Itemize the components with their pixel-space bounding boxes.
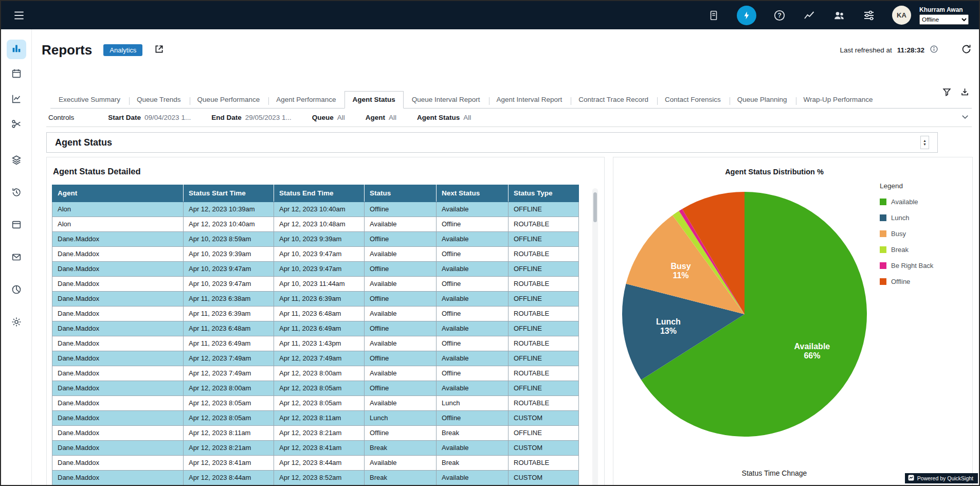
table-cell: Available <box>365 456 437 471</box>
table-row[interactable]: Dane.MaddoxApr 12, 2023 8:41amApr 12, 20… <box>52 456 579 471</box>
settings-button[interactable] <box>862 9 876 22</box>
column-header-agent[interactable]: Agent <box>52 185 184 202</box>
legend-item-available[interactable]: Available <box>880 198 971 206</box>
table-row[interactable]: Dane.MaddoxApr 12, 2023 8:05amApr 12, 20… <box>52 396 579 411</box>
table-cell: Break <box>365 471 437 485</box>
table-cell: Apr 11, 2023 1:43pm <box>274 336 365 351</box>
column-header-status-type[interactable]: Status Type <box>509 185 579 202</box>
sidebar-item-flows[interactable] <box>7 151 26 171</box>
table-scrollbar[interactable] <box>592 188 598 485</box>
table-row[interactable]: Dane.MaddoxApr 12, 2023 8:44amApr 12, 20… <box>52 471 579 485</box>
column-header-next-status[interactable]: Next Status <box>437 185 509 202</box>
controls-label: Controls <box>48 114 74 121</box>
table-row[interactable]: Dane.MaddoxApr 12, 2023 8:05amApr 12, 20… <box>52 411 579 426</box>
tab-executive-summary[interactable]: Executive Summary <box>50 91 129 109</box>
tab-agent-status[interactable]: Agent Status <box>344 91 404 109</box>
sidebar-item-routing[interactable] <box>7 115 26 135</box>
filter-label: Queue <box>312 114 334 121</box>
sidebar-item-schedule[interactable] <box>7 65 26 84</box>
table-row[interactable]: Dane.MaddoxApr 11, 2023 6:48amApr 11, 20… <box>52 321 579 336</box>
tab-contract-trace-record[interactable]: Contract Trace Record <box>570 91 657 109</box>
table-row[interactable]: Dane.MaddoxApr 12, 2023 8:11amApr 12, 20… <box>52 426 579 441</box>
avatar[interactable]: KA <box>892 6 911 25</box>
table-row[interactable]: Dane.MaddoxApr 11, 2023 6:49amApr 11, 20… <box>52 336 579 351</box>
column-header-status-start-time[interactable]: Status Start Time <box>184 185 274 202</box>
tab-wrap-up-performance[interactable]: Wrap-Up Performance <box>795 91 881 109</box>
filter-agent[interactable]: AgentAll <box>366 114 396 121</box>
page-title: Reports <box>42 42 92 58</box>
tab-queue-planning[interactable]: Queue Planning <box>729 91 795 109</box>
tab-agent-performance[interactable]: Agent Performance <box>268 91 344 109</box>
tab-queue-trends[interactable]: Queue Trends <box>129 91 189 109</box>
table-row[interactable]: AlonApr 12, 2023 10:39amApr 12, 2023 10:… <box>52 202 579 217</box>
legend-label: Be Right Back <box>891 262 933 269</box>
legend-item-be-right-back[interactable]: Be Right Back <box>880 262 971 269</box>
team-button[interactable] <box>832 9 846 22</box>
table-row[interactable]: AlonApr 12, 2023 10:40amApr 12, 2023 10:… <box>52 217 579 232</box>
open-in-new-button[interactable] <box>154 44 165 57</box>
controls-filters: Start Date09/04/2023 1...End Date29/05/2… <box>108 114 471 121</box>
table-row[interactable]: Dane.MaddoxApr 12, 2023 7:49amApr 12, 20… <box>52 366 579 381</box>
agent-status-table: AgentStatus Start TimeStatus End TimeSta… <box>52 185 579 485</box>
notepad-button[interactable] <box>707 9 720 22</box>
legend-label: Break <box>891 246 909 254</box>
filter-end-date[interactable]: End Date29/05/2023 1... <box>211 114 292 121</box>
legend-item-busy[interactable]: Busy <box>880 230 971 238</box>
sidebar-item-metrics[interactable] <box>7 90 26 110</box>
table-row[interactable]: Dane.MaddoxApr 10, 2023 8:59amApr 10, 20… <box>52 232 579 247</box>
table-row[interactable]: Dane.MaddoxApr 12, 2023 8:00amApr 12, 20… <box>52 381 579 396</box>
legend-item-offline[interactable]: Offline <box>880 278 971 285</box>
sidebar-item-analytics[interactable] <box>7 281 26 300</box>
table-cell: Dane.Maddox <box>52 336 184 351</box>
table-cell: Apr 10, 2023 9:39am <box>274 232 365 247</box>
info-icon[interactable] <box>930 45 938 55</box>
tab-contact-forensics[interactable]: Contact Forensics <box>657 91 729 109</box>
sidebar-item-workspaces[interactable] <box>7 216 26 236</box>
table-row[interactable]: Dane.MaddoxApr 10, 2023 9:39amApr 10, 20… <box>52 247 579 262</box>
filter-label: End Date <box>211 114 242 121</box>
legend-label: Offline <box>891 278 910 285</box>
tab-agent-interval-report[interactable]: Agent Interval Report <box>488 91 571 109</box>
table-cell: Apr 10, 2023 9:47am <box>184 277 274 292</box>
tab-queue-performance[interactable]: Queue Performance <box>189 91 268 109</box>
table-cell: Apr 12, 2023 8:05am <box>184 411 274 426</box>
table-row[interactable]: Dane.MaddoxApr 12, 2023 7:49amApr 12, 20… <box>52 351 579 366</box>
table-cell: Apr 11, 2023 6:48am <box>274 307 365 321</box>
table-row[interactable]: Dane.MaddoxApr 10, 2023 9:47amApr 10, 20… <box>52 277 579 292</box>
table-cell: ROUTABLE <box>509 366 579 381</box>
controls-collapse-button[interactable] <box>960 112 970 123</box>
legend-item-lunch[interactable]: Lunch <box>880 214 971 222</box>
table-row[interactable]: Dane.MaddoxApr 10, 2023 9:47amApr 10, 20… <box>52 262 579 277</box>
quick-actions-button[interactable] <box>737 6 756 25</box>
menu-button[interactable] <box>11 8 27 23</box>
refresh-button[interactable] <box>961 44 972 56</box>
table-row[interactable]: Dane.MaddoxApr 11, 2023 6:38amApr 11, 20… <box>52 292 579 307</box>
sidebar-item-reports[interactable] <box>7 40 26 59</box>
table-cell: Available <box>365 366 437 381</box>
table-row[interactable]: Dane.MaddoxApr 11, 2023 6:39amApr 11, 20… <box>52 307 579 321</box>
table-cell: Apr 12, 2023 8:44am <box>274 456 365 471</box>
filter-start-date[interactable]: Start Date09/04/2023 1... <box>108 114 191 121</box>
tab-queue-interval-report[interactable]: Queue Interval Report <box>404 91 488 109</box>
sidebar-item-history[interactable] <box>7 184 26 203</box>
table-scrollbar-thumb[interactable] <box>593 192 597 222</box>
column-header-status[interactable]: Status <box>365 185 437 202</box>
column-header-status-end-time[interactable]: Status End Time <box>274 185 365 202</box>
table-cell: Apr 11, 2023 6:49am <box>184 336 274 351</box>
powered-by-badge[interactable]: Powered by QuickSight <box>905 473 978 483</box>
section-stepper[interactable]: ▲▼ <box>920 136 929 149</box>
analytics-badge[interactable]: Analytics <box>103 44 142 56</box>
section-title: Agent Status <box>55 137 112 148</box>
sidebar-item-messages[interactable] <box>7 248 26 268</box>
legend-item-break[interactable]: Break <box>880 246 971 254</box>
table-cell: Offline <box>437 366 509 381</box>
filter-queue[interactable]: QueueAll <box>312 114 345 121</box>
table-cell: ROUTABLE <box>509 277 579 292</box>
table-cell: Apr 12, 2023 8:41am <box>184 456 274 471</box>
table-row[interactable]: Dane.MaddoxApr 12, 2023 8:21amApr 12, 20… <box>52 441 579 456</box>
metrics-button[interactable] <box>803 9 816 22</box>
filter-agent-status[interactable]: Agent StatusAll <box>417 114 471 121</box>
user-status-select[interactable]: Offline <box>919 14 969 25</box>
sidebar-item-settings[interactable] <box>7 313 26 333</box>
help-button[interactable]: ? <box>773 9 786 22</box>
